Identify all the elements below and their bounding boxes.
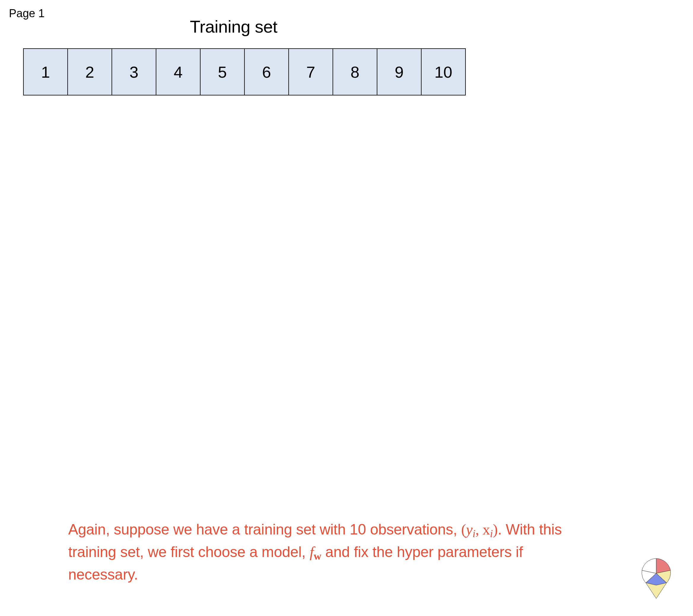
caption-text: Again, suppose we have a training set wi…: [68, 519, 585, 586]
training-cell: 6: [244, 48, 289, 96]
caption-period1: .: [498, 521, 506, 538]
training-cell: 7: [288, 48, 333, 96]
page-label: Page 1: [9, 7, 44, 20]
math-f: f: [310, 544, 314, 560]
training-cell: 9: [377, 48, 421, 96]
training-cell: 3: [112, 48, 156, 96]
math-lparen: (: [461, 521, 466, 538]
math-comma: ,: [475, 521, 482, 538]
training-cell: 5: [200, 48, 245, 96]
training-set-row: 1 2 3 4 5 6 7 8 9 10: [23, 48, 466, 96]
training-cell: 1: [23, 48, 68, 96]
training-cell: 8: [333, 48, 377, 96]
caption-part1: Again, suppose we have a training set wi…: [68, 521, 461, 538]
math-f-sub: w: [314, 550, 321, 562]
math-x: x: [483, 521, 490, 538]
math-x-sub: i: [490, 528, 493, 539]
math-rparen: ): [493, 521, 497, 538]
training-cell: 4: [156, 48, 201, 96]
logo-icon: [638, 556, 674, 600]
training-cell: 10: [421, 48, 466, 96]
math-y: y: [466, 521, 473, 538]
diagram-title: Training set: [190, 17, 277, 37]
training-cell: 2: [67, 48, 112, 96]
math-y-sub: i: [473, 528, 476, 539]
